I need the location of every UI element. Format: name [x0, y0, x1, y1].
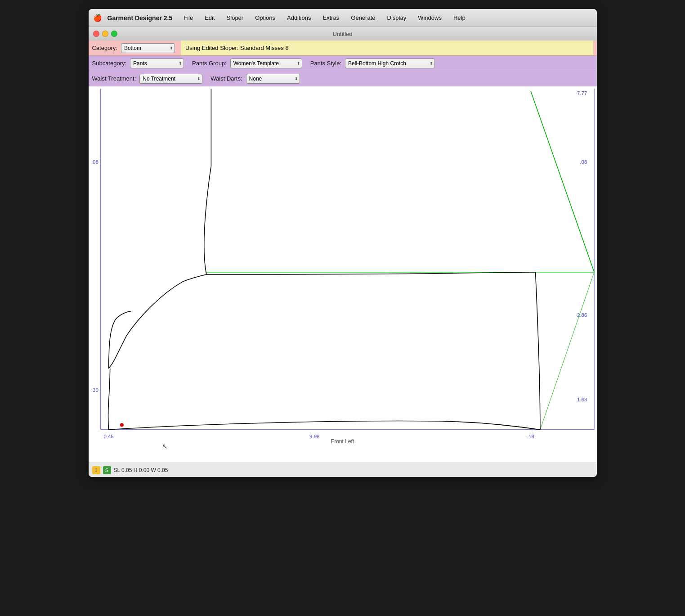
- menu-generate[interactable]: Generate: [349, 13, 377, 22]
- statusbar: ! S SL 0.05 H 0.00 W 0.05: [89, 463, 597, 477]
- crotch-curve: [108, 311, 131, 369]
- menubar: 🍎 Garment Designer 2.5 File Edit Sloper …: [89, 9, 597, 27]
- pants-style-select-wrapper: Bell-Bottom High Crotch: [345, 58, 435, 68]
- waist-treatment-select-wrapper: No Treatment: [139, 74, 202, 84]
- ruler-right-mid3: 1.63: [577, 397, 587, 402]
- menu-sloper[interactable]: Sloper: [224, 13, 246, 22]
- apple-logo: 🍎: [93, 13, 102, 22]
- subcategory-select-wrapper: Pants: [130, 58, 184, 68]
- menu-items: File Edit Sloper Options Additions Extra…: [181, 13, 467, 22]
- window-controls: [93, 31, 117, 37]
- waist-treatment-select[interactable]: No Treatment: [139, 74, 202, 84]
- minimize-button[interactable]: [102, 31, 108, 37]
- toolbar-pants-row: Subcategory: Pants Pants Group: Women's …: [89, 56, 597, 71]
- pants-group-select-wrapper: Women's Template: [230, 58, 302, 68]
- ruler-right-mid2: 2.86: [577, 312, 587, 318]
- close-button[interactable]: [93, 31, 99, 37]
- titlebar: Untitled: [89, 27, 597, 40]
- menu-windows[interactable]: Windows: [416, 13, 444, 22]
- window-title: Untitled: [89, 31, 597, 37]
- menu-options[interactable]: Options: [253, 13, 278, 22]
- side-line-green2: [540, 272, 594, 430]
- maximize-button[interactable]: [111, 31, 117, 37]
- toolbar-waist-row: Waist Treatment: No Treatment Waist Dart…: [89, 71, 597, 86]
- ruler-right-top: 7.77: [577, 90, 587, 96]
- ruler-bottom-right: .18: [527, 434, 534, 439]
- pattern-left-seam: [204, 89, 211, 274]
- category-select[interactable]: Bottom: [121, 43, 175, 53]
- category-select-wrapper: Bottom: [121, 43, 175, 53]
- ruler-left-val2: .30: [91, 387, 98, 393]
- cursor-icon: ↖: [161, 443, 167, 450]
- canvas-area[interactable]: 7.77 .08 2.86 1.63 .08 .30 0.45 9.98 .18: [89, 86, 597, 463]
- menu-edit[interactable]: Edit: [202, 13, 217, 22]
- ruler-right-mid1: .08: [580, 159, 587, 165]
- app-name: Garment Designer 2.5: [107, 14, 173, 22]
- canvas-bottom-label: Front Left: [331, 438, 354, 445]
- warning-icon: !: [92, 466, 100, 474]
- subcategory-label: Subcategory:: [92, 60, 127, 67]
- category-label: Category:: [92, 45, 117, 51]
- status-green-icon: S: [103, 466, 111, 474]
- toolbar-category-row: Category: Bottom Using Edited Sloper: St…: [89, 40, 597, 56]
- subcategory-select[interactable]: Pants: [130, 58, 184, 68]
- sloper-info: Using Edited Sloper: Standard Misses 8: [181, 40, 593, 55]
- sloper-info-text: Using Edited Sloper: Standard Misses 8: [185, 45, 289, 51]
- waist-treatment-label: Waist Treatment:: [92, 75, 136, 82]
- left-outer-seam: [108, 369, 110, 430]
- menu-extras[interactable]: Extras: [320, 13, 341, 22]
- waist-darts-select[interactable]: None: [246, 74, 300, 84]
- bottom-hem: [108, 421, 540, 429]
- waist-darts-select-wrapper: None: [246, 74, 300, 84]
- ruler-left-val1: .08: [91, 159, 98, 165]
- menu-display[interactable]: Display: [385, 13, 409, 22]
- crotch-hip-line: [108, 272, 535, 369]
- side-line-green: [531, 91, 594, 272]
- waist-darts-label: Waist Darts:: [210, 75, 242, 82]
- menu-help[interactable]: Help: [451, 13, 468, 22]
- menu-additions[interactable]: Additions: [285, 13, 313, 22]
- ruler-bottom-left: 0.45: [103, 434, 113, 439]
- control-point: [120, 423, 123, 427]
- menu-file[interactable]: File: [181, 13, 195, 22]
- pants-group-label: Pants Group:: [192, 60, 227, 67]
- pants-group-select[interactable]: Women's Template: [230, 58, 302, 68]
- pants-style-label: Pants Style:: [310, 60, 341, 67]
- status-text: SL 0.05 H 0.00 W 0.05: [114, 467, 168, 473]
- right-outer-seam: [535, 272, 540, 430]
- ruler-bottom-mid: 9.98: [309, 434, 319, 439]
- pants-style-select[interactable]: Bell-Bottom High Crotch: [345, 58, 435, 68]
- canvas-svg: 7.77 .08 2.86 1.63 .08 .30 0.45 9.98 .18: [89, 86, 597, 463]
